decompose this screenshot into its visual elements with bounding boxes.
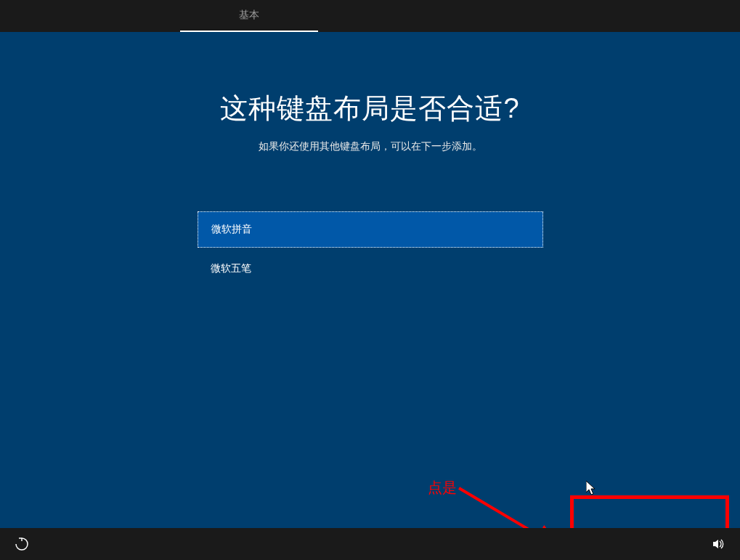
ease-of-access-icon[interactable] — [13, 535, 31, 553]
top-bar: 基本 — [0, 0, 740, 32]
bottom-bar — [0, 528, 740, 560]
annotation-text: 点是 — [428, 478, 457, 498]
tab-basic[interactable]: 基本 — [180, 0, 318, 32]
tab-basic-label: 基本 — [239, 9, 259, 22]
page-subtitle: 如果你还使用其他键盘布局，可以在下一步添加。 — [0, 140, 740, 153]
option-label: 微软拼音 — [211, 223, 252, 236]
page-title: 这种键盘布局是否合适? — [0, 90, 740, 127]
mouse-cursor-icon — [586, 481, 598, 495]
keyboard-layout-list: 微软拼音 微软五笔 — [198, 211, 543, 287]
volume-icon[interactable] — [709, 535, 727, 553]
option-microsoft-pinyin[interactable]: 微软拼音 — [198, 211, 543, 248]
option-microsoft-wubi[interactable]: 微软五笔 — [198, 251, 543, 287]
option-label: 微软五笔 — [211, 262, 251, 275]
main-content: 这种键盘布局是否合适? 如果你还使用其他键盘布局，可以在下一步添加。 微软拼音 … — [0, 90, 740, 560]
